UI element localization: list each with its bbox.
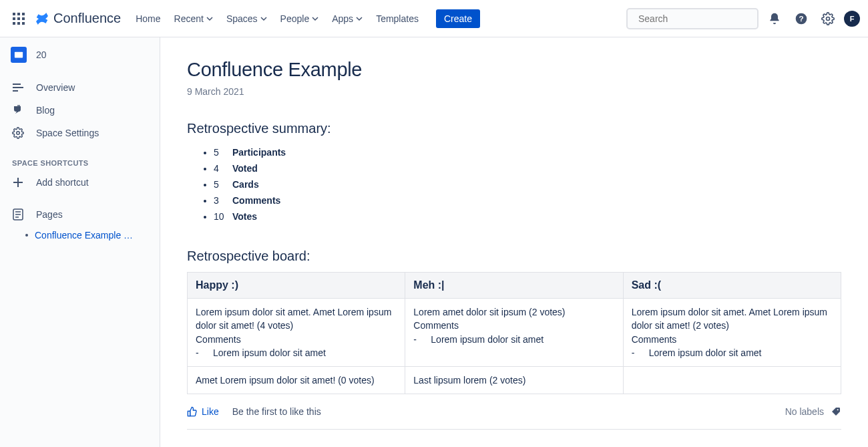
board-cell: Lorem ipsum dolor sit amet. Amet Lorem i…	[188, 299, 405, 367]
page-tree-label: Confluence Example …	[35, 230, 133, 241]
page-content: Confluence Example 9 March 2021 Retrospe…	[160, 37, 868, 447]
card-text: Lorem amet dolor sit ipsum (2 votes)	[413, 305, 614, 319]
summary-list: 5Participants 4Voted 5Cards 3Comments 10…	[214, 144, 841, 225]
card-comment: -Lorem ipsum dolor sit amet	[632, 346, 833, 359]
card-comments-label: Comments	[632, 333, 833, 346]
svg-rect-5	[22, 17, 25, 20]
board-row: Lorem ipsum dolor sit amet. Amet Lorem i…	[188, 299, 841, 367]
labels-icon[interactable]	[831, 406, 841, 417]
sidebar-item-label: Space Settings	[36, 128, 99, 138]
space-name: 20	[36, 49, 47, 60]
board-column-header: Meh :|	[405, 273, 623, 299]
summary-item: 5Participants	[214, 144, 841, 160]
page-title: Confluence Example	[187, 59, 841, 81]
summary-item: 3Comments	[214, 192, 841, 208]
board-cell: Lorem ipsum dolor sit amet. Amet Lorem i…	[623, 299, 841, 367]
app-switcher-icon[interactable]	[8, 8, 29, 29]
nav-recent[interactable]: Recent	[168, 9, 220, 28]
sidebar-pages[interactable]: Pages	[0, 203, 160, 226]
sidebar-add-shortcut[interactable]: Add shortcut	[0, 171, 160, 194]
card-text: Last lipsum lorem (2 votes)	[413, 374, 614, 387]
board-column-header: Sad :(	[623, 273, 841, 299]
product-logo[interactable]: Confluence	[35, 11, 121, 26]
labels-status: No labels	[785, 406, 824, 417]
nav-people[interactable]: People	[274, 9, 326, 28]
svg-point-26	[837, 410, 839, 411]
like-button[interactable]: Like	[187, 406, 219, 417]
chevron-down-icon	[356, 15, 363, 22]
summary-item: 10Votes	[214, 208, 841, 225]
page-tree-item[interactable]: Confluence Example …	[0, 227, 160, 243]
space-sidebar: 20 Overview Blog Space Settings SPACE SH…	[0, 37, 160, 447]
chevron-down-icon	[312, 15, 318, 22]
sidebar-shortcuts-label: SPACE SHORTCUTS	[0, 144, 160, 171]
svg-rect-8	[22, 22, 25, 25]
nav-templates[interactable]: Templates	[369, 9, 425, 28]
sidebar-space-settings[interactable]: Space Settings	[0, 122, 160, 144]
board-cell: Amet Lorem ipsum dolor sit amet! (0 vote…	[188, 367, 405, 394]
overview-icon	[12, 82, 24, 94]
sidebar-item-label: Overview	[36, 82, 75, 93]
like-status: Be the first to like this	[232, 406, 321, 417]
nav-left: Confluence Home Recent Spaces People App…	[8, 8, 480, 29]
svg-rect-2	[22, 13, 25, 15]
nav-apps[interactable]: Apps	[325, 9, 369, 28]
primary-nav: Home Recent Spaces People Apps Templates	[129, 9, 425, 28]
svg-text:?: ?	[799, 14, 803, 23]
svg-rect-25	[188, 412, 190, 416]
confluence-icon	[35, 11, 49, 26]
card-comments-label: Comments	[413, 319, 614, 332]
space-icon	[11, 47, 27, 63]
page-date: 9 March 2021	[187, 86, 841, 97]
sidebar-item-label: Blog	[36, 105, 55, 116]
page-footer: Like Be the first to like this No labels	[187, 406, 841, 417]
create-button[interactable]: Create	[436, 9, 480, 28]
card-comment: -Lorem ipsum dolor sit amet	[413, 333, 614, 346]
nav-spaces[interactable]: Spaces	[220, 9, 274, 28]
svg-rect-3	[13, 17, 15, 20]
svg-point-18	[17, 132, 20, 135]
like-label: Like	[202, 406, 219, 417]
summary-heading: Retrospective summary:	[187, 121, 841, 136]
svg-rect-7	[17, 22, 20, 25]
thumbs-up-icon	[187, 406, 198, 417]
blog-icon	[12, 104, 24, 116]
board-cell: Lorem amet dolor sit ipsum (2 votes) Com…	[405, 299, 623, 367]
summary-item: 5Cards	[214, 176, 841, 192]
svg-point-13	[827, 17, 830, 20]
global-search[interactable]	[626, 8, 758, 29]
nav-home[interactable]: Home	[129, 9, 167, 28]
board-heading: Retrospective board:	[187, 249, 841, 264]
board-cell	[623, 367, 841, 394]
card-text: Lorem ipsum dolor sit amet. Amet Lorem i…	[632, 305, 833, 333]
retro-board-table: Happy :) Meh :| Sad :( Lorem ipsum dolor…	[187, 272, 841, 394]
gear-icon	[12, 127, 24, 139]
search-input[interactable]	[638, 13, 755, 24]
svg-rect-4	[17, 17, 20, 20]
board-row: Amet Lorem ipsum dolor sit amet! (0 vote…	[188, 367, 841, 394]
chevron-down-icon	[206, 15, 213, 22]
svg-rect-1	[17, 13, 20, 15]
card-text: Amet Lorem ipsum dolor sit amet! (0 vote…	[196, 374, 397, 387]
product-name: Confluence	[53, 11, 121, 26]
sidebar-blog[interactable]: Blog	[0, 99, 160, 122]
nav-right: ? F	[626, 8, 860, 29]
global-nav: Confluence Home Recent Spaces People App…	[0, 0, 868, 37]
help-icon[interactable]: ?	[791, 8, 812, 29]
bullet-icon	[25, 234, 28, 237]
notifications-icon[interactable]	[764, 8, 785, 29]
card-comments-label: Comments	[196, 333, 397, 346]
svg-rect-14	[15, 52, 23, 58]
user-avatar[interactable]: F	[844, 11, 860, 27]
card-comment: -Lorem ipsum dolor sit amet	[196, 346, 397, 359]
summary-item: 4Voted	[214, 160, 841, 176]
plus-icon	[12, 176, 24, 188]
board-cell: Last lipsum lorem (2 votes)	[405, 367, 623, 394]
svg-rect-0	[13, 13, 15, 15]
sidebar-overview[interactable]: Overview	[0, 76, 160, 99]
settings-icon[interactable]	[817, 8, 839, 29]
sidebar-item-label: Add shortcut	[36, 177, 89, 188]
svg-rect-6	[13, 22, 15, 25]
chevron-down-icon	[260, 15, 267, 22]
space-header[interactable]: 20	[0, 43, 160, 67]
